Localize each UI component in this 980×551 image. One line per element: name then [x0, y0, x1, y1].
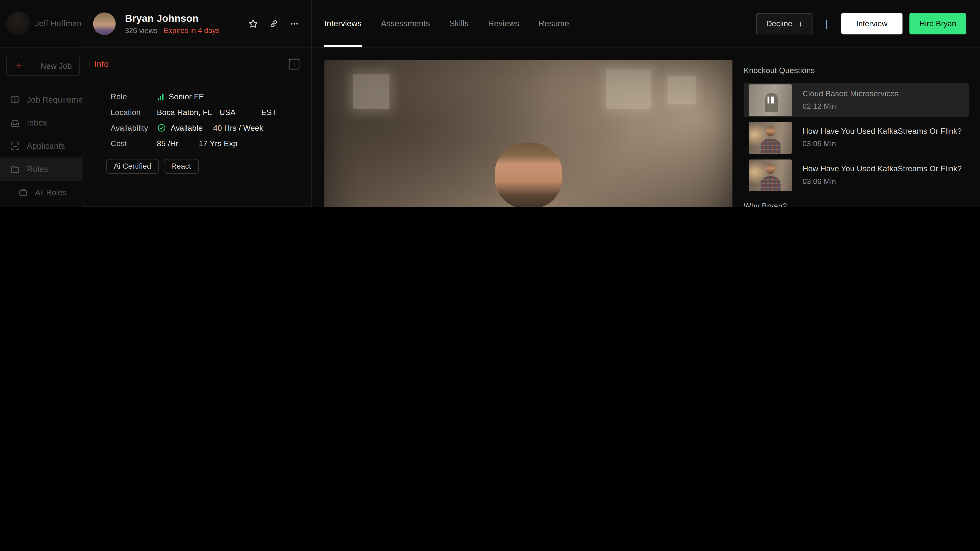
actions-divider: | — [826, 18, 828, 29]
book-icon — [10, 95, 20, 105]
expires-badge: Expires in 4 days — [164, 27, 220, 34]
info-row-role: Role Senior FE — [111, 89, 299, 105]
candidate-header: Bryan Johnson 326 views Expires in 4 day… — [83, 0, 311, 48]
candidate-name: Bryan Johnson — [125, 13, 220, 24]
left-sidebar: Jeff Hoffman + New Job Job Requirements … — [0, 0, 83, 207]
video-thumbnail — [749, 122, 792, 153]
queue-item-kafka-2[interactable]: How Have You Used KafkaStreams Or Flink?… — [744, 158, 969, 192]
app: Jeff Hoffman + New Job Job Requirements … — [0, 0, 980, 207]
pause-icon — [767, 97, 773, 104]
plus-icon: + — [16, 60, 22, 71]
decline-button[interactable]: Decline ↓ — [756, 13, 813, 34]
sidebar-nav: Job Requirements Inbox Applicants Roles … — [0, 88, 82, 207]
available-check-icon — [157, 123, 166, 132]
scan-icon — [10, 141, 20, 151]
tab-resume[interactable]: Resume — [538, 0, 569, 47]
star-icon[interactable] — [248, 19, 258, 29]
info-row-location: Location Boca Raton, FL USA EST — [111, 105, 299, 120]
info-section: Info + Role Senior FE Location Boca Rato… — [83, 48, 311, 206]
account-name: Jeff Hoffman — [35, 19, 81, 28]
candidate-details: Info + Role Senior FE Location Boca Rato… — [83, 48, 311, 207]
queue-item-kafka-1[interactable]: How Have You Used KafkaStreams Or Flink?… — [744, 121, 969, 154]
views-count: 326 views — [125, 27, 158, 34]
candidate-avatar — [93, 12, 116, 35]
more-options-icon[interactable] — [289, 19, 299, 29]
content-row: 00:12 / 02.12 CC 1.5× Cloud based micros… — [312, 48, 980, 207]
video-player[interactable] — [325, 60, 732, 207]
tab-interviews[interactable]: Interviews — [325, 0, 362, 47]
video-thumbnail — [749, 84, 792, 116]
expand-info-icon[interactable]: + — [289, 59, 299, 69]
bar-chart-icon — [157, 93, 164, 100]
interview-button[interactable]: Interview — [841, 13, 902, 34]
tab-reviews[interactable]: Reviews — [488, 0, 519, 47]
tab-assessments[interactable]: Assessments — [381, 0, 430, 47]
video-queue: Knockout Questions Cloud Based Microserv… — [744, 60, 969, 207]
inbox-icon — [10, 118, 20, 128]
sidebar-item-all-roles[interactable]: All Roles — [0, 181, 82, 204]
tab-skills[interactable]: Skills — [449, 0, 469, 47]
new-job-button[interactable]: + New Job — [6, 56, 80, 75]
queue-section-heading: Why Bryan? — [744, 202, 969, 207]
info-row-availability: Availability Available 40 Hrs / Week — [111, 120, 299, 135]
queue-section-heading: Knockout Questions — [744, 66, 969, 75]
tabs: Interviews Assessments Skills Reviews Re… — [325, 0, 569, 47]
sidebar-item-roles[interactable]: Roles — [0, 158, 82, 181]
briefcase-icon — [18, 187, 28, 197]
vignette — [325, 60, 732, 207]
tag-react[interactable]: React — [164, 159, 199, 174]
candidate-panel: Bryan Johnson 326 views Expires in 4 day… — [83, 0, 312, 207]
sidebar-item-senior-front-end[interactable]: Senior Front End — [0, 204, 82, 207]
info-row-cost: Cost 85 /Hr 17 Yrs Exp — [111, 135, 299, 151]
tag-ai-certified[interactable]: Ai Certified — [107, 159, 159, 174]
sidebar-item-applicants[interactable]: Applicants — [0, 134, 82, 158]
avatar — [6, 11, 30, 35]
player-column: 00:12 / 02.12 CC 1.5× Cloud based micros… — [325, 60, 732, 207]
sidebar-item-inbox[interactable]: Inbox — [0, 111, 82, 134]
link-icon[interactable] — [269, 19, 279, 29]
video-thumbnail — [749, 159, 792, 191]
main-topbar: Interviews Assessments Skills Reviews Re… — [312, 0, 980, 48]
candidate-actions: Decline ↓ | Interview Hire Bryan — [756, 0, 966, 47]
sidebar-item-job-requirements[interactable]: Job Requirements — [0, 88, 82, 111]
info-heading: Info — [94, 59, 109, 68]
queue-item-cloud-microservices[interactable]: Cloud Based Microservices 02:12 Min — [744, 83, 969, 117]
hire-button[interactable]: Hire Bryan — [909, 13, 966, 34]
section-divider — [83, 206, 311, 207]
main-area: Interviews Assessments Skills Reviews Re… — [312, 0, 980, 207]
arrow-down-icon: ↓ — [799, 19, 802, 28]
folder-icon — [10, 164, 20, 174]
account-header: Jeff Hoffman — [0, 0, 82, 48]
